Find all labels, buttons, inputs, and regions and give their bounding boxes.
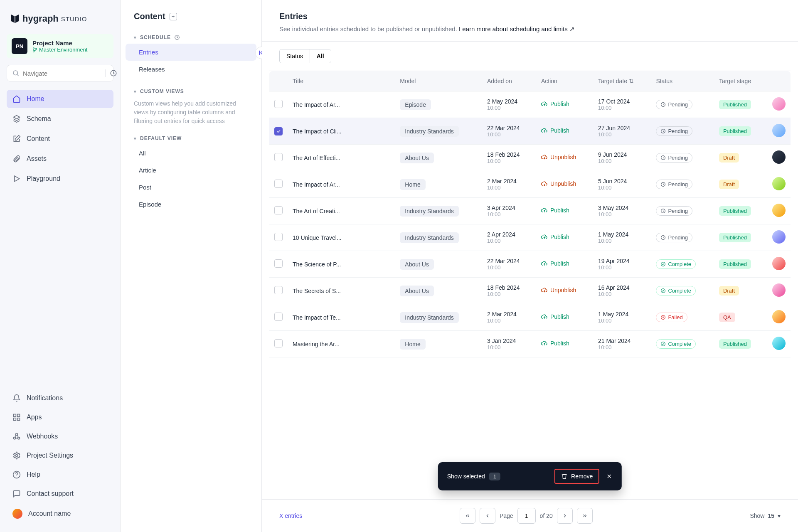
nav-account[interactable]: Account name (7, 504, 113, 524)
panel-item-view[interactable]: All (126, 145, 256, 162)
table-row[interactable]: The Impact of Te...Industry Standards2 M… (269, 304, 791, 331)
filter-status-button[interactable]: Status (280, 49, 310, 63)
col-target[interactable]: Target date ⇅ (593, 71, 651, 91)
added-date: 22 Mar 2024 (487, 258, 531, 264)
filter-all-button[interactable]: All (310, 49, 331, 63)
table-row[interactable]: The Art of Creati...Industry Standards3 … (269, 198, 791, 224)
nav-home[interactable]: Home (7, 90, 113, 108)
nav-contact-support[interactable]: Contact support (7, 485, 113, 503)
row-checkbox[interactable] (274, 259, 283, 268)
panel-item-view[interactable]: Post (126, 179, 256, 196)
project-switcher[interactable]: PN Project Name Master Environment (7, 34, 113, 58)
col-action[interactable]: Action (536, 71, 593, 91)
action-link[interactable]: Unpublish (541, 154, 576, 160)
added-date: 3 Apr 2024 (487, 204, 531, 211)
stage-badge: Draft (719, 286, 739, 296)
added-date: 2 Mar 2024 (487, 178, 531, 185)
action-link[interactable]: Publish (541, 207, 569, 214)
table-row[interactable]: The Secrets of S...About Us18 Feb 202410… (269, 278, 791, 304)
row-checkbox[interactable] (274, 206, 283, 214)
nav-playground[interactable]: Playground (7, 170, 113, 188)
nav-help[interactable]: Help (7, 466, 113, 484)
chevron-down-icon: ▾ (778, 512, 781, 519)
added-time: 10:00 (487, 105, 531, 111)
col-status[interactable]: Status (651, 71, 714, 91)
col-stage[interactable]: Target stage (714, 71, 767, 91)
show-selected-label[interactable]: Show selected (447, 473, 485, 480)
table-row[interactable]: Mastering the Ar...Home3 Jan 202410:00Pu… (269, 331, 791, 357)
author-avatar[interactable] (772, 283, 786, 297)
nav-assets[interactable]: Assets (7, 150, 113, 168)
action-link[interactable]: Publish (541, 340, 569, 347)
learn-more-link[interactable]: Learn more about scheduling and limits ↗ (459, 25, 575, 32)
page-size-selector[interactable]: Show 15 ▾ (750, 512, 781, 519)
action-link[interactable]: Publish (541, 260, 569, 267)
col-title[interactable]: Title (288, 71, 395, 91)
action-link[interactable]: Unpublish (541, 180, 576, 187)
remove-button[interactable]: Remove (554, 469, 599, 484)
action-link[interactable]: Publish (541, 313, 569, 320)
nav-webhooks[interactable]: Webhooks (7, 427, 113, 446)
author-avatar[interactable] (772, 150, 786, 164)
panel-item-entries[interactable]: Entries (126, 44, 256, 61)
table-row[interactable]: The Impact of Ar...Home2 Mar 202410:00Un… (269, 171, 791, 198)
action-link[interactable]: Unpublish (541, 287, 576, 293)
action-link[interactable]: Publish (541, 127, 569, 134)
panel-title: Content (134, 12, 165, 21)
row-checkbox[interactable] (274, 153, 283, 161)
status-chip: Pending (656, 180, 692, 189)
author-avatar[interactable] (772, 97, 786, 111)
row-checkbox[interactable] (274, 180, 283, 188)
entries-count-link[interactable]: X entries (279, 512, 302, 519)
main-nav: Home Schema Content Assets Playground (7, 90, 113, 188)
svg-rect-6 (14, 414, 16, 417)
page-last-button[interactable] (577, 508, 593, 524)
panel-item-releases[interactable]: Releases (126, 61, 256, 78)
author-avatar[interactable] (772, 177, 786, 190)
col-model[interactable]: Model (395, 71, 482, 91)
svg-point-1 (33, 51, 34, 52)
page-first-button[interactable] (460, 508, 475, 524)
added-date: 18 Feb 2024 (487, 284, 531, 291)
author-avatar[interactable] (772, 337, 786, 350)
page-prev-button[interactable] (480, 508, 495, 524)
navigate-search[interactable] (7, 65, 113, 81)
cloud-icon (541, 180, 548, 187)
close-selection-icon[interactable] (606, 473, 613, 480)
author-avatar[interactable] (772, 230, 786, 244)
model-tag: About Us (400, 286, 434, 296)
row-checkbox[interactable] (274, 339, 283, 347)
row-checkbox[interactable] (274, 286, 283, 294)
author-avatar[interactable] (772, 257, 786, 270)
stage-badge: Published (719, 259, 751, 269)
row-checkbox[interactable] (274, 127, 283, 135)
nav-apps[interactable]: Apps (7, 408, 113, 426)
row-checkbox[interactable] (274, 313, 283, 321)
row-checkbox[interactable] (274, 233, 283, 241)
panel-item-view[interactable]: Episode (126, 196, 256, 213)
page-input[interactable] (517, 508, 536, 524)
author-avatar[interactable] (772, 204, 786, 217)
page-next-button[interactable] (557, 508, 573, 524)
table-row[interactable]: The Impact of Ar...Episode2 May 202410:0… (269, 91, 791, 118)
col-added[interactable]: Added on (482, 71, 536, 91)
action-link[interactable]: Publish (541, 101, 569, 107)
table-row[interactable]: The Science of P...About Us22 Mar 202410… (269, 251, 791, 278)
add-content-icon[interactable]: + (170, 13, 177, 20)
default-view-section-label: ▾ DEFAULT VIEW (121, 132, 261, 145)
nav-schema[interactable]: Schema (7, 110, 113, 128)
nav-project-settings[interactable]: Project Settings (7, 446, 113, 465)
action-link[interactable]: Publish (541, 234, 569, 240)
table-row[interactable]: 10 Unique Travel...Industry Standards2 A… (269, 224, 791, 251)
branch-icon (32, 47, 37, 52)
nav-content[interactable]: Content (7, 130, 113, 148)
table-row[interactable]: The Art of Effecti...About Us18 Feb 2024… (269, 145, 791, 171)
author-avatar[interactable] (772, 124, 786, 137)
row-checkbox[interactable] (274, 100, 283, 108)
table-row[interactable]: The Impact of Cli...Industry Standards22… (269, 118, 791, 145)
nav-notifications[interactable]: Notifications (7, 389, 113, 407)
history-icon[interactable] (105, 69, 117, 77)
navigate-input[interactable] (23, 70, 102, 77)
author-avatar[interactable] (772, 310, 786, 323)
panel-item-view[interactable]: Article (126, 162, 256, 179)
